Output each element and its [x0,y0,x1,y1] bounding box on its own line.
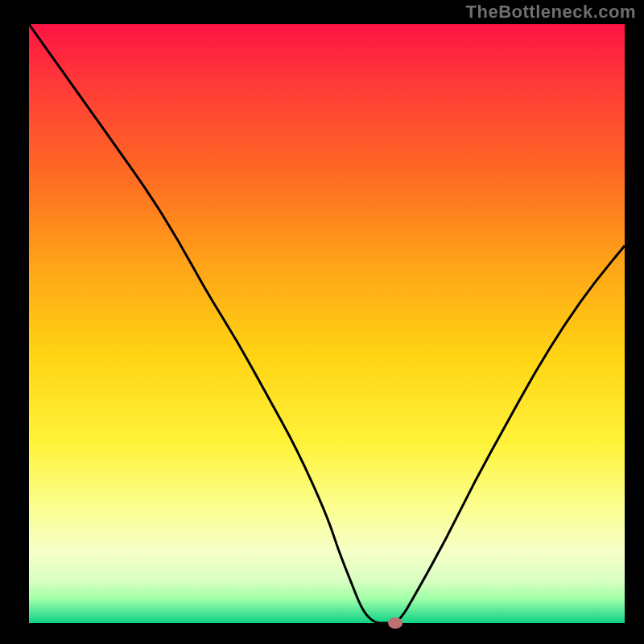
plot-background [29,24,625,623]
bottleneck-chart: TheBottleneck.com [0,0,644,644]
chart-svg [0,0,644,644]
optimal-point-marker [388,617,402,629]
watermark-text: TheBottleneck.com [466,2,636,23]
